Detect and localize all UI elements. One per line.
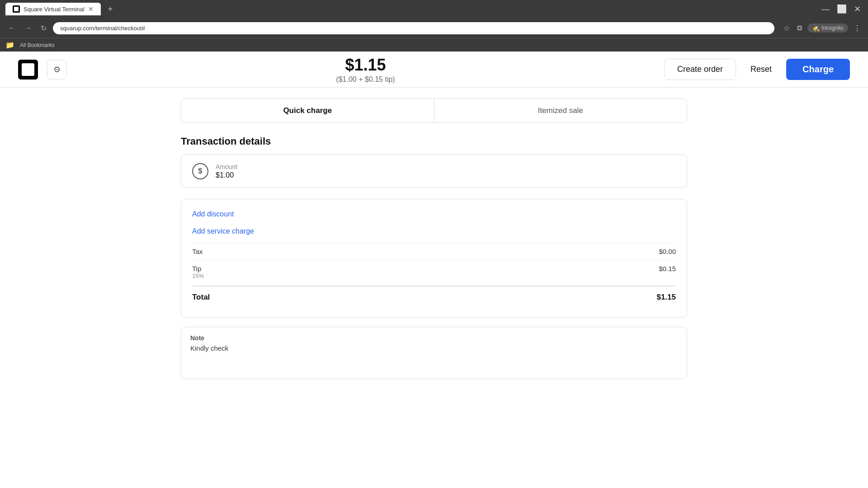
tip-label-group: Tip 15%: [192, 265, 204, 279]
note-text: Kindly check: [190, 344, 678, 371]
section-title: Transaction details: [181, 136, 687, 147]
reset-button[interactable]: Reset: [743, 59, 779, 80]
browser-nav: ← → ↻ squarup.com/terminal/checkout# ☆ ⧉…: [0, 18, 868, 38]
add-discount-button[interactable]: Add discount: [192, 208, 234, 220]
add-service-charge-button[interactable]: Add service charge: [192, 225, 254, 237]
amount-card[interactable]: $ Amount $1.00: [181, 155, 687, 188]
close-window-button[interactable]: ✕: [852, 2, 863, 16]
total-row: Total $1.15: [192, 286, 676, 308]
tax-label: Tax: [192, 248, 203, 255]
tip-row: Tip 15% $0.15: [192, 260, 676, 284]
amount-value: $1.00: [216, 171, 237, 179]
total-value: $1.15: [656, 293, 676, 302]
app-container: ⚙ $1.15 ($1.00 + $0.15 tip) Create order…: [0, 52, 868, 488]
dollar-icon: $: [192, 163, 208, 179]
bookmarks-bar: 📁 All Bookmarks: [0, 38, 868, 52]
amount-label: Amount: [216, 163, 237, 170]
new-tab-button[interactable]: +: [104, 3, 117, 16]
bookmark-star-button[interactable]: ☆: [782, 22, 792, 34]
nav-right: ☆ ⧉ 🕵 Incognito ⋮: [782, 22, 863, 34]
incognito-label: Incognito: [821, 25, 844, 31]
browser-tab[interactable]: Square Virtual Terminal ✕: [5, 3, 101, 15]
address-bar[interactable]: squarup.com/terminal/checkout#: [53, 22, 774, 34]
amount-info: Amount $1.00: [216, 163, 237, 179]
minimize-button[interactable]: —: [820, 3, 831, 16]
tab-title: Square Virtual Terminal: [24, 6, 85, 13]
tax-value: $0.00: [659, 248, 676, 255]
tab-itemized-sale[interactable]: Itemized sale: [434, 99, 687, 122]
split-view-button[interactable]: ⧉: [795, 22, 804, 34]
tab-favicon: [13, 5, 20, 13]
browser-chrome: Square Virtual Terminal ✕ + — ⬜ ✕ ← → ↻ …: [0, 0, 868, 52]
main-content: Quick charge Itemized sale Transaction d…: [0, 88, 868, 488]
menu-button[interactable]: ⋮: [852, 22, 863, 34]
maximize-button[interactable]: ⬜: [835, 2, 849, 16]
charge-button[interactable]: Charge: [786, 59, 850, 80]
tab-quick-charge[interactable]: Quick charge: [181, 99, 434, 122]
all-bookmarks-link[interactable]: All Bookmarks: [16, 41, 58, 49]
note-card[interactable]: Note Kindly check: [181, 327, 687, 379]
bookmarks-folder-icon: 📁: [5, 41, 14, 49]
forward-button[interactable]: →: [22, 22, 34, 34]
tip-value: $0.15: [659, 265, 676, 272]
settings-button[interactable]: ⚙: [47, 60, 67, 80]
header-amount: $1.15: [67, 56, 664, 75]
tip-label: Tip: [192, 265, 204, 272]
tip-percent: 15%: [192, 272, 204, 279]
address-text: squarup.com/terminal/checkout#: [60, 25, 145, 32]
note-label: Note: [190, 334, 678, 342]
app-header: ⚙ $1.15 ($1.00 + $0.15 tip) Create order…: [0, 52, 868, 88]
app-logo-inner: [22, 63, 34, 76]
tab-close-button[interactable]: ✕: [88, 5, 94, 13]
header-subtitle: ($1.00 + $0.15 tip): [67, 75, 664, 84]
total-label: Total: [192, 293, 210, 302]
browser-titlebar: Square Virtual Terminal ✕ + — ⬜ ✕: [0, 0, 868, 18]
header-actions: Create order Reset Charge: [664, 59, 850, 80]
create-order-button[interactable]: Create order: [664, 59, 736, 80]
tabs-container: Quick charge Itemized sale: [181, 99, 687, 123]
gear-icon: ⚙: [53, 65, 61, 75]
reload-button[interactable]: ↻: [38, 22, 49, 34]
app-logo: [18, 60, 38, 80]
incognito-badge: 🕵 Incognito: [807, 23, 848, 33]
svg-rect-0: [14, 7, 19, 11]
tax-row: Tax $0.00: [192, 243, 676, 260]
back-button[interactable]: ←: [5, 22, 18, 34]
charges-card: Add discount Add service charge Tax $0.0…: [181, 199, 687, 318]
header-center: $1.15 ($1.00 + $0.15 tip): [67, 56, 664, 84]
